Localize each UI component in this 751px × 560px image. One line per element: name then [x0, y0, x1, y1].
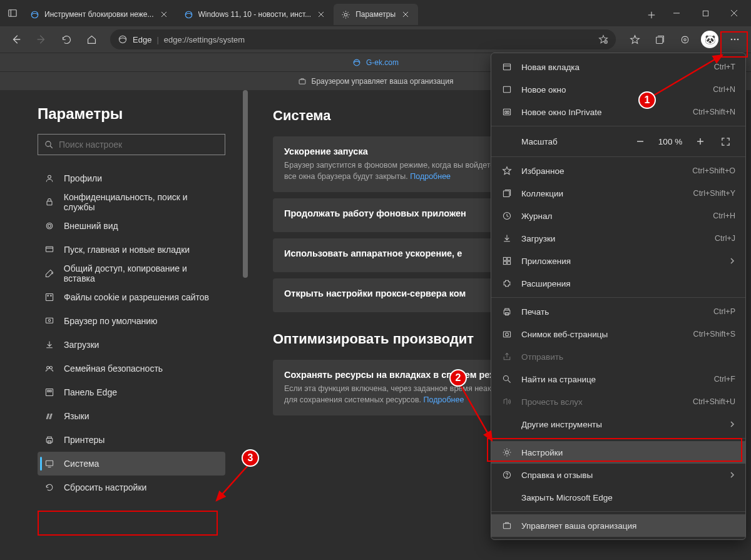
svg-rect-43 — [46, 389, 53, 395]
settings-title: Параметры — [38, 105, 225, 123]
card-title: Продолжать работу фоновых приложен — [284, 208, 466, 218]
svg-line-72 — [508, 380, 511, 383]
nav-icon — [44, 340, 55, 350]
minimize-button[interactable] — [662, 0, 691, 26]
forward-button[interactable] — [30, 28, 53, 51]
fullscreen-button[interactable] — [715, 133, 735, 150]
zoom-out-button[interactable] — [630, 133, 650, 150]
close-window-button[interactable] — [720, 0, 748, 26]
nav-icon — [44, 459, 55, 469]
sidebar-scrollbar[interactable] — [243, 90, 248, 560]
svg-point-17 — [119, 36, 126, 43]
nav-label: Сбросить настройки — [64, 482, 146, 492]
chevron-right-icon — [729, 258, 735, 264]
menu-item[interactable]: Новое окно InPrivateCtrl+Shift+N — [491, 101, 745, 123]
menu-item[interactable]: Приложения — [491, 250, 745, 272]
zoom-in-button[interactable] — [690, 133, 710, 150]
menu-item[interactable]: Найти на страницеCtrl+F — [491, 368, 745, 390]
svg-point-23 — [683, 38, 685, 40]
sidebar-item[interactable]: Семейная безопасность — [38, 357, 225, 380]
tabs-area: Инструмент блокировки неже...Windows 11,… — [23, 0, 641, 26]
svg-point-25 — [734, 39, 736, 41]
new-tab-button[interactable] — [641, 4, 662, 26]
menu-item[interactable]: ЖурналCtrl+H — [491, 205, 745, 227]
back-button[interactable] — [5, 28, 28, 51]
sidebar-item[interactable]: Внешний вид — [38, 214, 225, 238]
settings-search[interactable] — [38, 134, 225, 155]
nav-label: Файлы cookie и разрешения сайтов — [64, 292, 209, 302]
nav-label: Браузер по умолчанию — [64, 316, 158, 326]
menu-item[interactable]: ЗагрузкиCtrl+J — [491, 227, 745, 250]
menu-item[interactable]: Снимок веб-страницыCtrl+Shift+S — [491, 323, 745, 345]
add-favorite-icon[interactable] — [598, 34, 608, 44]
nav-label: Панель Edge — [64, 387, 117, 397]
sidebar-item[interactable]: Файлы cookie и разрешения сайтов — [38, 285, 225, 309]
menu-shortcut: Ctrl+P — [713, 307, 735, 316]
svg-rect-22 — [682, 36, 688, 43]
favorites-button[interactable] — [623, 28, 646, 51]
menu-shortcut: Ctrl+T — [714, 63, 735, 71]
svg-point-40 — [48, 320, 50, 322]
learn-more-link[interactable]: Подробнее — [424, 395, 464, 404]
menu-item[interactable]: Расширения — [491, 272, 745, 295]
refresh-button[interactable] — [55, 28, 78, 51]
sidebar-item[interactable]: Система — [38, 452, 225, 476]
close-tab-icon[interactable] — [401, 9, 411, 19]
menu-item[interactable]: Справка и отзывы — [491, 464, 745, 486]
browser-tab[interactable]: Инструмент блокировки неже... — [23, 4, 176, 25]
sidebar-item[interactable]: Загрузки — [38, 333, 225, 357]
collections-button[interactable] — [648, 28, 671, 51]
sidebar-item[interactable]: Языки — [38, 404, 225, 428]
menu-label: Настройки — [521, 448, 735, 457]
sidebar-item[interactable]: Сбросить настройки — [38, 476, 225, 499]
more-menu-button[interactable] — [723, 28, 746, 51]
sidebar-item[interactable]: Браузер по умолчанию — [38, 309, 225, 333]
menu-item[interactable]: Новая вкладкаCtrl+T — [491, 56, 745, 78]
menu-item[interactable]: ПечатьCtrl+P — [491, 300, 745, 323]
sidebar-item[interactable]: Панель Edge — [38, 380, 225, 404]
maximize-button[interactable] — [691, 0, 720, 26]
nav-label: Общий доступ, копирование и вставка — [64, 263, 219, 283]
browser-tab[interactable]: Windows 11, 10 - новости, инст... — [176, 4, 334, 25]
menu-item[interactable]: Другие инструменты — [491, 413, 745, 435]
edge-icon — [352, 58, 361, 67]
address-bar[interactable]: Edge | edge://settings/system — [110, 29, 616, 49]
zoom-label: Масштаб — [501, 137, 625, 146]
svg-rect-67 — [505, 308, 509, 310]
site-link[interactable]: G-ek.com — [366, 58, 399, 67]
search-input[interactable] — [59, 140, 218, 150]
edge-icon — [118, 34, 128, 44]
svg-rect-64 — [503, 262, 506, 265]
menu-item[interactable]: ИзбранноеCtrl+Shift+O — [491, 160, 745, 182]
svg-point-33 — [46, 223, 53, 229]
tab-actions-icon[interactable] — [3, 9, 23, 18]
sidebar-item[interactable]: Профили — [38, 166, 225, 190]
sidebar-item[interactable]: Принтеры — [38, 428, 225, 452]
svg-rect-54 — [503, 109, 510, 115]
edge-label: Edge — [133, 35, 151, 44]
sidebar-item[interactable]: Общий доступ, копирование и вставка — [38, 262, 225, 285]
menu-item[interactable]: Управляет ваша организация — [491, 514, 745, 537]
menu-item: Отправить — [491, 345, 745, 368]
menu-shortcut: Ctrl+J — [715, 234, 735, 243]
menu-item[interactable]: Закрыть Microsoft Edge — [491, 486, 745, 509]
svg-point-37 — [48, 295, 49, 297]
menu-item[interactable]: КоллекцииCtrl+Shift+Y — [491, 182, 745, 205]
svg-rect-32 — [47, 201, 52, 205]
learn-more-link[interactable]: Подробнее — [410, 172, 451, 181]
nav-label: Внешний вид — [64, 221, 118, 231]
nav-label: Конфиденциальность, поиск и службы — [64, 192, 219, 212]
extension-icon — [501, 278, 513, 288]
sidebar-item[interactable]: Конфиденциальность, поиск и службы — [38, 190, 225, 214]
window-controls — [662, 0, 748, 26]
menu-item[interactable]: Новое окноCtrl+N — [491, 78, 745, 101]
close-tab-icon[interactable] — [316, 9, 326, 19]
extensions-button[interactable] — [673, 28, 696, 51]
menu-item[interactable]: Настройки — [491, 441, 745, 464]
svg-rect-39 — [46, 318, 53, 323]
home-button[interactable] — [80, 28, 103, 51]
browser-tab[interactable]: Параметры — [334, 4, 418, 25]
close-tab-icon[interactable] — [159, 9, 169, 19]
sidebar-item[interactable]: Пуск, главная и новые вкладки — [38, 238, 225, 262]
profile-button[interactable]: 🐼 — [698, 28, 721, 51]
